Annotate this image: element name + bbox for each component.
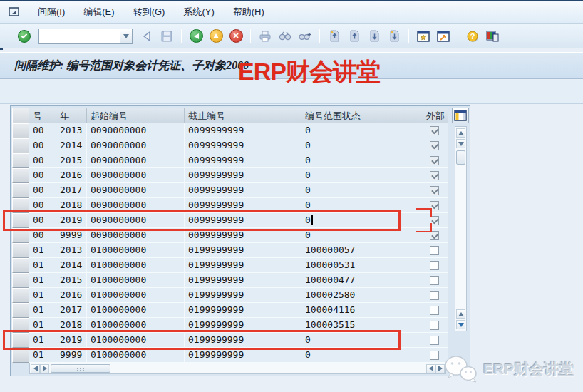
cell-year[interactable]: 2016 — [56, 288, 87, 303]
save-button[interactable] — [158, 28, 176, 45]
external-checkbox[interactable] — [430, 276, 439, 285]
row-selector[interactable] — [12, 168, 29, 183]
cell-to[interactable]: 0099999999 — [185, 153, 301, 168]
first-page-button[interactable] — [325, 28, 344, 45]
cell-year[interactable]: 2014 — [56, 138, 87, 153]
cell-year[interactable]: 2015 — [56, 273, 87, 288]
external-checkbox[interactable] — [430, 336, 439, 345]
cell-no[interactable]: 00 — [29, 123, 56, 138]
cell-no[interactable]: 01 — [29, 288, 56, 303]
cell-no[interactable]: 01 — [29, 258, 56, 273]
help-button[interactable]: ? — [463, 28, 482, 45]
cell-from[interactable]: 0100000000 — [87, 243, 185, 258]
external-checkbox[interactable] — [430, 246, 439, 255]
enter-button[interactable] — [15, 28, 33, 45]
customize-layout-button[interactable] — [483, 28, 502, 45]
cell-year[interactable]: 2013 — [56, 243, 87, 258]
scroll-down-button[interactable] — [456, 139, 465, 148]
cell-no[interactable]: 00 — [29, 168, 56, 183]
row-selector[interactable] — [12, 303, 29, 318]
system-menu-icon[interactable] — [9, 6, 21, 18]
external-checkbox[interactable] — [430, 306, 439, 315]
external-checkbox[interactable] — [430, 126, 439, 135]
column-header-year[interactable]: 年 — [56, 108, 87, 123]
cell-status[interactable]: 100000531 — [301, 258, 421, 273]
page-left-button[interactable] — [426, 364, 435, 373]
cell-year[interactable]: 2015 — [56, 153, 87, 168]
cell-to[interactable]: 0099999999 — [185, 168, 301, 183]
cell-no[interactable]: 00 — [29, 153, 56, 168]
cell-year[interactable]: 9999 — [56, 348, 87, 363]
cell-from[interactable]: 0090000000 — [87, 153, 185, 168]
cell-to[interactable]: 0099999999 — [185, 138, 301, 153]
cell-from[interactable]: 0090000000 — [87, 123, 185, 138]
find-next-button[interactable] — [296, 28, 314, 45]
command-input[interactable] — [38, 29, 120, 44]
external-checkbox[interactable] — [430, 156, 439, 165]
cell-year[interactable]: 2017 — [56, 303, 87, 318]
row-selector[interactable] — [12, 348, 29, 363]
row-selector[interactable] — [12, 288, 29, 303]
print-button[interactable] — [256, 28, 274, 45]
external-checkbox[interactable] — [430, 261, 439, 270]
menu-goto[interactable]: 转到(G) — [124, 4, 175, 21]
cell-status[interactable]: 0 — [301, 348, 421, 363]
find-button[interactable] — [276, 28, 294, 45]
cell-no[interactable]: 00 — [29, 138, 56, 153]
vertical-scrollbar[interactable] — [455, 126, 467, 331]
external-checkbox[interactable] — [430, 351, 439, 360]
cell-to[interactable]: 0199999999 — [185, 348, 301, 363]
cancel-button[interactable]: ✕ — [227, 28, 245, 45]
cell-from[interactable]: 0100000000 — [87, 258, 185, 273]
table-config-icon[interactable] — [452, 108, 469, 123]
cell-to[interactable]: 0199999999 — [185, 258, 301, 273]
cell-status[interactable]: 100002580 — [301, 288, 421, 303]
cell-year[interactable]: 2014 — [56, 258, 87, 273]
horizontal-scrollbar[interactable] — [29, 363, 446, 374]
cell-status[interactable]: 0 — [301, 168, 421, 183]
cell-status[interactable]: 0 — [301, 138, 421, 153]
column-header-status[interactable]: 编号范围状态 — [301, 108, 421, 123]
cell-from[interactable]: 0090000000 — [87, 183, 185, 198]
cell-no[interactable]: 01 — [29, 243, 56, 258]
back-button[interactable] — [187, 28, 205, 45]
external-checkbox[interactable] — [430, 186, 439, 195]
external-checkbox[interactable] — [430, 171, 439, 180]
row-selector[interactable] — [12, 258, 29, 273]
select-all-button[interactable] — [12, 108, 29, 123]
cell-to[interactable]: 0199999999 — [185, 288, 301, 303]
column-header-to[interactable]: 截止编号 — [185, 108, 301, 123]
scroll-left-button[interactable] — [31, 364, 40, 373]
cell-status[interactable]: 100000057 — [301, 243, 421, 258]
cell-no[interactable]: 01 — [29, 348, 56, 363]
column-header-from[interactable]: 起始编号 — [87, 108, 185, 123]
cell-to[interactable]: 0099999999 — [185, 123, 301, 138]
column-header-external[interactable]: 外部 — [421, 108, 448, 123]
cell-year[interactable]: 2016 — [56, 168, 87, 183]
cell-from[interactable]: 0100000000 — [87, 303, 185, 318]
row-selector[interactable] — [12, 273, 29, 288]
cell-status[interactable]: 100004116 — [301, 303, 421, 318]
row-selector[interactable] — [12, 153, 29, 168]
row-selector[interactable] — [12, 123, 29, 138]
cell-year[interactable]: 2017 — [56, 183, 87, 198]
row-selector[interactable] — [12, 183, 29, 198]
external-checkbox[interactable] — [430, 291, 439, 300]
row-selector[interactable] — [12, 138, 29, 153]
vertical-scroll-thumb[interactable] — [456, 150, 465, 165]
row-selector[interactable] — [12, 243, 29, 258]
command-dropdown-button[interactable] — [120, 29, 133, 44]
column-header-number[interactable]: 号 — [29, 108, 56, 123]
cell-from[interactable]: 0090000000 — [87, 138, 185, 153]
cell-to[interactable]: 0199999999 — [185, 243, 301, 258]
page-up-button[interactable] — [456, 309, 465, 319]
new-session-button[interactable] — [414, 28, 433, 45]
create-shortcut-button[interactable] — [434, 28, 453, 45]
cell-no[interactable]: 01 — [29, 303, 56, 318]
last-page-button[interactable] — [385, 28, 403, 45]
menu-system[interactable]: 系统(Y) — [174, 4, 223, 21]
cell-from[interactable]: 0100000000 — [87, 348, 185, 363]
previous-page-button[interactable] — [345, 28, 363, 45]
cell-no[interactable]: 00 — [29, 183, 56, 198]
menu-help[interactable]: 帮助(H) — [224, 4, 274, 21]
